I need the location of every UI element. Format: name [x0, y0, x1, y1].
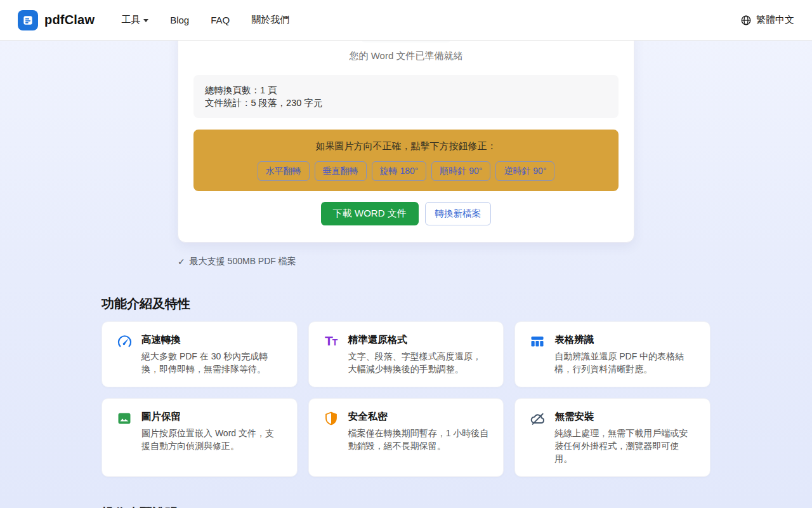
cloud-off-icon	[529, 411, 546, 427]
feature-card-security: 安全私密 檔案僅在轉換期間暫存，1 小時後自動銷毀，絕不長期保留。	[308, 398, 504, 477]
main-content: 您的 Word 文件已準備就緒 總轉換頁數：1 頁 文件統計：5 段落，230 …	[0, 29, 812, 508]
feature-text: 無需安裝 純線上處理，無需下載用戶端或安裝任何外掛程式，瀏覽器即可使用。	[554, 410, 696, 465]
feature-desc: 文字、段落、字型樣式高度還原，大幅減少轉換後的手動調整。	[348, 350, 490, 375]
feature-title: 無需安裝	[554, 410, 696, 424]
nav-item-tools[interactable]: 工具	[121, 14, 148, 26]
flip-horizontal-button[interactable]: 水平翻轉	[258, 161, 310, 181]
feature-title: 高速轉換	[141, 333, 283, 347]
language-label: 繁體中文	[756, 14, 794, 26]
features-heading: 功能介紹及特性	[102, 295, 710, 312]
feature-text: 圖片保留 圖片按原位置嵌入 Word 文件，支援自動方向偵測與修正。	[141, 410, 283, 465]
nav-item-faq[interactable]: FAQ	[211, 15, 230, 25]
rotate-180-button[interactable]: 旋轉 180°	[372, 161, 427, 181]
max-size-note-text: 最大支援 500MB PDF 檔案	[190, 256, 296, 267]
orientation-button-row: 水平翻轉 垂直翻轉 旋轉 180° 順時針 90° 逆時針 90°	[204, 161, 608, 181]
orientation-fix-banner: 如果圖片方向不正確，點擊下方按鈕修正： 水平翻轉 垂直翻轉 旋轉 180° 順時…	[193, 130, 619, 191]
feature-title: 圖片保留	[141, 410, 283, 424]
max-size-note: ✓ 最大支援 500MB PDF 檔案	[178, 256, 634, 267]
steps-heading: 操作步驟說明	[102, 505, 710, 508]
ready-status-text: 您的 Word 文件已準備就緒	[178, 50, 634, 62]
pages-stat-line: 總轉換頁數：1 頁	[205, 84, 607, 97]
shield-icon	[323, 411, 339, 427]
table-icon	[529, 334, 546, 351]
feature-card-no-install: 無需安裝 純線上處理，無需下載用戶端或安裝任何外掛程式，瀏覽器即可使用。	[514, 398, 710, 477]
nav-item-blog-label: Blog	[170, 15, 189, 25]
document-stat-line: 文件統計：5 段落，230 字元	[205, 97, 607, 109]
feature-title: 表格辨識	[554, 333, 696, 347]
text-format-icon: TT	[323, 334, 339, 351]
globe-icon	[740, 15, 752, 26]
language-selector[interactable]: 繁體中文	[740, 14, 794, 26]
feature-desc: 絕大多數 PDF 在 30 秒內完成轉換，即傳即轉，無需排隊等待。	[141, 350, 283, 375]
feature-card-format: TT 精準還原格式 文字、段落、字型樣式高度還原，大幅減少轉換後的手動調整。	[308, 321, 504, 387]
check-icon: ✓	[178, 257, 185, 267]
nav-item-tools-label: 工具	[121, 14, 140, 26]
brand-logo-link[interactable]: pdfClaw	[18, 10, 95, 30]
pdfclaw-logo-icon	[18, 10, 38, 30]
feature-card-table: 表格辨識 自動辨識並還原 PDF 中的表格結構，行列資料清晰對應。	[514, 321, 710, 387]
feature-desc: 純線上處理，無需下載用戶端或安裝任何外掛程式，瀏覽器即可使用。	[554, 427, 696, 465]
image-icon	[116, 411, 133, 427]
top-navigation-bar: pdfClaw 工具 Blog FAQ 關於我們 繁體中文	[0, 0, 812, 41]
feature-title: 精準還原格式	[348, 333, 490, 347]
feature-desc: 自動辨識並還原 PDF 中的表格結構，行列資料清晰對應。	[554, 350, 696, 375]
feature-title: 安全私密	[348, 410, 490, 424]
nav-item-about-label: 關於我們	[251, 14, 289, 26]
nav-item-faq-label: FAQ	[211, 15, 230, 25]
chevron-down-icon	[143, 19, 148, 22]
feature-desc: 圖片按原位置嵌入 Word 文件，支援自動方向偵測與修正。	[141, 427, 283, 452]
orientation-notice-text: 如果圖片方向不正確，點擊下方按鈕修正：	[204, 140, 608, 152]
speedometer-icon	[116, 334, 133, 351]
steps-section: 操作步驟說明 1 上傳 PDF 將檔案拖拉到上傳區，或點擊「選擇檔案」按鈕選擇本…	[102, 505, 710, 508]
main-nav: 工具 Blog FAQ 關於我們	[121, 14, 289, 26]
feature-text: 高速轉換 絕大多數 PDF 在 30 秒內完成轉換，即傳即轉，無需排隊等待。	[141, 333, 283, 375]
rotate-cw-90-button[interactable]: 順時針 90°	[431, 161, 490, 181]
features-section: 功能介紹及特性 高速轉換 絕大多數 PDF 在 30 秒內完成轉換，即傳即轉，無…	[102, 295, 710, 477]
rotate-ccw-90-button[interactable]: 逆時針 90°	[495, 161, 554, 181]
conversion-result-card: 您的 Word 文件已準備就緒 總轉換頁數：1 頁 文件統計：5 段落，230 …	[178, 29, 634, 243]
features-grid: 高速轉換 絕大多數 PDF 在 30 秒內完成轉換，即傳即轉，無需排隊等待。 T…	[102, 321, 710, 477]
result-actions: 下載 WORD 文件 轉換新檔案	[178, 202, 634, 225]
download-word-button[interactable]: 下載 WORD 文件	[321, 202, 419, 225]
feature-text: 精準還原格式 文字、段落、字型樣式高度還原，大幅減少轉換後的手動調整。	[348, 333, 490, 375]
nav-item-blog[interactable]: Blog	[170, 15, 189, 25]
feature-card-speed: 高速轉換 絕大多數 PDF 在 30 秒內完成轉換，即傳即轉，無需排隊等待。	[102, 321, 298, 387]
convert-new-file-button[interactable]: 轉換新檔案	[425, 202, 492, 225]
feature-text: 安全私密 檔案僅在轉換期間暫存，1 小時後自動銷毀，絕不長期保留。	[348, 410, 490, 465]
feature-text: 表格辨識 自動辨識並還原 PDF 中的表格結構，行列資料清晰對應。	[554, 333, 696, 375]
flip-vertical-button[interactable]: 垂直翻轉	[315, 161, 367, 181]
conversion-stats-box: 總轉換頁數：1 頁 文件統計：5 段落，230 字元	[193, 75, 619, 118]
feature-card-image: 圖片保留 圖片按原位置嵌入 Word 文件，支援自動方向偵測與修正。	[102, 398, 298, 477]
brand-name: pdfClaw	[44, 13, 95, 27]
nav-item-about[interactable]: 關於我們	[251, 14, 289, 26]
feature-desc: 檔案僅在轉換期間暫存，1 小時後自動銷毀，絕不長期保留。	[348, 427, 490, 452]
